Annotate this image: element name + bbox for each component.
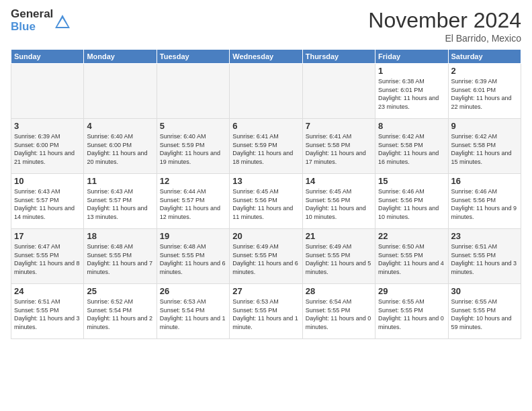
day-cell: 18Sunrise: 6:48 AM Sunset: 5:55 PM Dayli… bbox=[84, 229, 157, 284]
day-cell: 21Sunrise: 6:49 AM Sunset: 5:55 PM Dayli… bbox=[302, 229, 375, 284]
day-cell: 13Sunrise: 6:45 AM Sunset: 5:56 PM Dayli… bbox=[230, 174, 302, 229]
title-block: November 2024 El Barrido, Mexico bbox=[368, 8, 521, 44]
week-row-2: 3Sunrise: 6:39 AM Sunset: 6:00 PM Daylig… bbox=[11, 119, 521, 174]
day-info: Sunrise: 6:53 AM Sunset: 5:54 PM Dayligh… bbox=[160, 298, 226, 331]
header-thursday: Thursday bbox=[302, 50, 375, 64]
day-info: Sunrise: 6:49 AM Sunset: 5:55 PM Dayligh… bbox=[306, 242, 372, 276]
day-cell: 16Sunrise: 6:46 AM Sunset: 5:56 PM Dayli… bbox=[448, 174, 521, 229]
day-info: Sunrise: 6:43 AM Sunset: 5:57 PM Dayligh… bbox=[87, 187, 153, 221]
day-number: 6 bbox=[232, 121, 299, 131]
day-number: 25 bbox=[87, 286, 153, 296]
day-cell bbox=[11, 64, 84, 119]
day-info: Sunrise: 6:43 AM Sunset: 5:57 PM Dayligh… bbox=[14, 187, 81, 221]
day-cell: 11Sunrise: 6:43 AM Sunset: 5:57 PM Dayli… bbox=[84, 174, 157, 229]
logo-text: General Blue bbox=[11, 8, 53, 33]
day-number: 3 bbox=[14, 121, 81, 131]
day-number: 12 bbox=[160, 176, 226, 186]
day-cell: 5Sunrise: 6:40 AM Sunset: 5:59 PM Daylig… bbox=[157, 119, 229, 174]
day-cell: 25Sunrise: 6:52 AM Sunset: 5:54 PM Dayli… bbox=[84, 284, 157, 339]
day-cell: 1Sunrise: 6:38 AM Sunset: 6:01 PM Daylig… bbox=[375, 64, 448, 119]
day-cell: 30Sunrise: 6:55 AM Sunset: 5:55 PM Dayli… bbox=[448, 284, 521, 339]
calendar-page: General Blue November 2024 El Barrido, M… bbox=[0, 0, 532, 411]
day-info: Sunrise: 6:47 AM Sunset: 5:55 PM Dayligh… bbox=[14, 242, 81, 276]
day-info: Sunrise: 6:49 AM Sunset: 5:55 PM Dayligh… bbox=[232, 242, 299, 276]
day-info: Sunrise: 6:41 AM Sunset: 5:59 PM Dayligh… bbox=[232, 132, 299, 166]
day-info: Sunrise: 6:42 AM Sunset: 5:58 PM Dayligh… bbox=[378, 132, 445, 166]
day-info: Sunrise: 6:45 AM Sunset: 5:56 PM Dayligh… bbox=[306, 187, 372, 221]
day-info: Sunrise: 6:38 AM Sunset: 6:01 PM Dayligh… bbox=[378, 77, 445, 111]
day-number: 30 bbox=[451, 286, 518, 296]
day-number: 14 bbox=[306, 176, 372, 186]
day-number: 26 bbox=[160, 286, 226, 296]
day-info: Sunrise: 6:39 AM Sunset: 6:00 PM Dayligh… bbox=[14, 132, 81, 166]
day-info: Sunrise: 6:51 AM Sunset: 5:55 PM Dayligh… bbox=[451, 242, 518, 276]
day-cell: 27Sunrise: 6:53 AM Sunset: 5:55 PM Dayli… bbox=[230, 284, 302, 339]
day-number: 9 bbox=[451, 121, 518, 131]
day-info: Sunrise: 6:41 AM Sunset: 5:58 PM Dayligh… bbox=[306, 132, 372, 166]
day-cell: 15Sunrise: 6:46 AM Sunset: 5:56 PM Dayli… bbox=[375, 174, 448, 229]
day-number: 24 bbox=[14, 286, 81, 296]
day-info: Sunrise: 6:48 AM Sunset: 5:55 PM Dayligh… bbox=[160, 242, 226, 276]
day-info: Sunrise: 6:46 AM Sunset: 5:56 PM Dayligh… bbox=[451, 187, 518, 221]
day-number: 11 bbox=[87, 176, 153, 186]
header-tuesday: Tuesday bbox=[157, 50, 229, 64]
day-info: Sunrise: 6:53 AM Sunset: 5:55 PM Dayligh… bbox=[232, 298, 299, 331]
header-saturday: Saturday bbox=[448, 50, 521, 64]
day-info: Sunrise: 6:46 AM Sunset: 5:56 PM Dayligh… bbox=[378, 187, 445, 221]
day-info: Sunrise: 6:39 AM Sunset: 6:01 PM Dayligh… bbox=[451, 77, 518, 111]
day-number: 7 bbox=[306, 121, 372, 131]
logo-icon bbox=[55, 15, 70, 28]
day-cell: 14Sunrise: 6:45 AM Sunset: 5:56 PM Dayli… bbox=[302, 174, 375, 229]
logo-general: General bbox=[11, 8, 53, 21]
day-number: 4 bbox=[87, 121, 153, 131]
day-cell: 29Sunrise: 6:55 AM Sunset: 5:55 PM Dayli… bbox=[375, 284, 448, 339]
day-info: Sunrise: 6:52 AM Sunset: 5:54 PM Dayligh… bbox=[87, 298, 153, 331]
day-info: Sunrise: 6:55 AM Sunset: 5:55 PM Dayligh… bbox=[378, 298, 445, 331]
day-number: 19 bbox=[160, 231, 226, 241]
day-number: 28 bbox=[306, 286, 372, 296]
day-number: 13 bbox=[232, 176, 299, 186]
day-info: Sunrise: 6:44 AM Sunset: 5:57 PM Dayligh… bbox=[160, 187, 226, 221]
day-cell: 7Sunrise: 6:41 AM Sunset: 5:58 PM Daylig… bbox=[302, 119, 375, 174]
day-cell bbox=[302, 64, 375, 119]
week-row-5: 24Sunrise: 6:51 AM Sunset: 5:55 PM Dayli… bbox=[11, 284, 521, 339]
week-row-3: 10Sunrise: 6:43 AM Sunset: 5:57 PM Dayli… bbox=[11, 174, 521, 229]
day-cell: 4Sunrise: 6:40 AM Sunset: 6:00 PM Daylig… bbox=[84, 119, 157, 174]
day-info: Sunrise: 6:40 AM Sunset: 5:59 PM Dayligh… bbox=[160, 132, 226, 166]
day-info: Sunrise: 6:45 AM Sunset: 5:56 PM Dayligh… bbox=[232, 187, 299, 221]
day-info: Sunrise: 6:55 AM Sunset: 5:55 PM Dayligh… bbox=[451, 298, 518, 331]
week-row-4: 17Sunrise: 6:47 AM Sunset: 5:55 PM Dayli… bbox=[11, 229, 521, 284]
day-cell: 28Sunrise: 6:54 AM Sunset: 5:55 PM Dayli… bbox=[302, 284, 375, 339]
day-number: 8 bbox=[378, 121, 445, 131]
day-number: 5 bbox=[160, 121, 226, 131]
day-number: 17 bbox=[14, 231, 81, 241]
header-wednesday: Wednesday bbox=[230, 50, 302, 64]
day-number: 2 bbox=[451, 66, 518, 76]
header-sunday: Sunday bbox=[11, 50, 84, 64]
day-cell: 22Sunrise: 6:50 AM Sunset: 5:55 PM Dayli… bbox=[375, 229, 448, 284]
header-monday: Monday bbox=[84, 50, 157, 64]
day-info: Sunrise: 6:51 AM Sunset: 5:55 PM Dayligh… bbox=[14, 298, 81, 331]
day-number: 15 bbox=[378, 176, 445, 186]
day-number: 23 bbox=[451, 231, 518, 241]
week-row-1: 1Sunrise: 6:38 AM Sunset: 6:01 PM Daylig… bbox=[11, 64, 521, 119]
day-cell: 17Sunrise: 6:47 AM Sunset: 5:55 PM Dayli… bbox=[11, 229, 84, 284]
header-friday: Friday bbox=[375, 50, 448, 64]
day-cell: 23Sunrise: 6:51 AM Sunset: 5:55 PM Dayli… bbox=[448, 229, 521, 284]
day-cell: 19Sunrise: 6:48 AM Sunset: 5:55 PM Dayli… bbox=[157, 229, 229, 284]
day-cell: 6Sunrise: 6:41 AM Sunset: 5:59 PM Daylig… bbox=[230, 119, 302, 174]
day-info: Sunrise: 6:50 AM Sunset: 5:55 PM Dayligh… bbox=[378, 242, 445, 276]
calendar-table: Sunday Monday Tuesday Wednesday Thursday… bbox=[11, 49, 521, 339]
day-info: Sunrise: 6:54 AM Sunset: 5:55 PM Dayligh… bbox=[306, 298, 372, 331]
day-cell: 2Sunrise: 6:39 AM Sunset: 6:01 PM Daylig… bbox=[448, 64, 521, 119]
day-cell: 24Sunrise: 6:51 AM Sunset: 5:55 PM Dayli… bbox=[11, 284, 84, 339]
day-number: 29 bbox=[378, 286, 445, 296]
day-number: 27 bbox=[232, 286, 299, 296]
day-number: 16 bbox=[451, 176, 518, 186]
day-cell: 9Sunrise: 6:42 AM Sunset: 5:58 PM Daylig… bbox=[448, 119, 521, 174]
day-cell: 3Sunrise: 6:39 AM Sunset: 6:00 PM Daylig… bbox=[11, 119, 84, 174]
header: General Blue November 2024 El Barrido, M… bbox=[11, 8, 521, 44]
day-cell: 10Sunrise: 6:43 AM Sunset: 5:57 PM Dayli… bbox=[11, 174, 84, 229]
day-info: Sunrise: 6:40 AM Sunset: 6:00 PM Dayligh… bbox=[87, 132, 153, 166]
calendar-header-row: Sunday Monday Tuesday Wednesday Thursday… bbox=[11, 50, 521, 64]
